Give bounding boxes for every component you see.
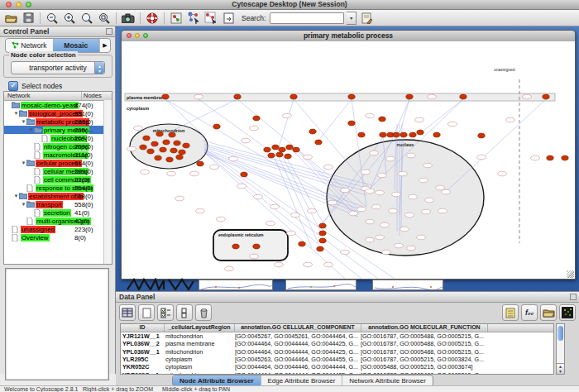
network-label-node[interactable] xyxy=(266,221,275,226)
network-node[interactable] xyxy=(380,132,386,137)
network-label-node[interactable] xyxy=(407,246,416,251)
network-label-node[interactable] xyxy=(304,155,313,160)
network-label-node[interactable] xyxy=(392,192,401,197)
network-label-node[interactable] xyxy=(407,153,416,158)
network-node[interactable] xyxy=(279,147,285,152)
column-go-cellular-component[interactable]: annotation.GO CELLULAR_COMPONENT xyxy=(235,324,361,332)
network-label-node[interactable] xyxy=(270,204,280,209)
network-label-node[interactable] xyxy=(400,227,409,232)
network-label-node[interactable] xyxy=(366,113,375,118)
birds-eye-view[interactable] xyxy=(5,268,109,380)
network-label-node[interactable] xyxy=(442,189,451,194)
network-label-node[interactable] xyxy=(395,243,404,248)
network-node[interactable] xyxy=(241,172,247,177)
zoom-window-icon[interactable] xyxy=(26,2,31,7)
network-node[interactable] xyxy=(348,121,355,126)
column-id[interactable]: ID xyxy=(121,324,165,332)
zoom-selected-icon[interactable] xyxy=(79,12,94,25)
network-node[interactable] xyxy=(319,223,326,228)
network-node[interactable] xyxy=(293,147,299,152)
tree-row[interactable]: multi-organism pro42(0) xyxy=(4,217,112,225)
network-label-node[interactable] xyxy=(415,117,424,122)
table-row[interactable]: YLR295Ccytoplasm[GO:0045263, GO:0044464,… xyxy=(121,356,553,363)
network-label-node[interactable] xyxy=(210,165,219,170)
network-node[interactable] xyxy=(417,130,423,135)
visual-style-a-icon[interactable] xyxy=(186,12,201,25)
network-label-node[interactable] xyxy=(372,204,381,209)
tree-row[interactable]: ▼establishment of lo558(0) xyxy=(4,192,112,200)
layout-icon[interactable] xyxy=(169,12,184,25)
network-label-node[interactable] xyxy=(341,250,350,255)
network-label-node[interactable] xyxy=(194,94,203,99)
new-attribute-icon[interactable] xyxy=(138,304,155,321)
save-icon[interactable] xyxy=(21,12,36,25)
network-label-node[interactable] xyxy=(523,94,532,99)
network-node[interactable] xyxy=(543,94,549,99)
network-label-node[interactable] xyxy=(531,155,540,160)
column-go-molecular-function[interactable]: annotation.GO MOLECULAR_FUNCTION xyxy=(361,324,488,332)
tree-row[interactable]: ▼biological_process651(0) xyxy=(4,109,112,117)
tree-scrollbar[interactable] xyxy=(103,100,112,264)
network-label-node[interactable] xyxy=(428,94,437,99)
network-label-node[interactable] xyxy=(399,171,408,176)
network-label-node[interactable] xyxy=(242,138,251,143)
network-label-node[interactable] xyxy=(382,250,391,255)
scrollbar-arrows-icon[interactable]: ▲▼ xyxy=(557,363,564,374)
network-label-node[interactable] xyxy=(190,171,199,176)
tree-row[interactable]: Overview8(0) xyxy=(4,233,112,241)
network-node[interactable] xyxy=(166,157,173,162)
node-color-dropdown[interactable]: transporter activity ▲▼ xyxy=(11,61,105,74)
network-label-node[interactable] xyxy=(366,237,375,242)
background-window-edge[interactable] xyxy=(372,280,443,290)
network-node[interactable] xyxy=(156,131,163,136)
tab-network[interactable]: Network xyxy=(6,39,53,52)
tab-overflow-arrow-icon[interactable]: ▶ xyxy=(99,39,110,52)
network-label-node[interactable] xyxy=(225,266,234,271)
network-node[interactable] xyxy=(299,241,305,246)
network-label-node[interactable] xyxy=(409,194,418,199)
network-node[interactable] xyxy=(319,231,326,236)
resize-grip-icon[interactable] xyxy=(567,270,574,278)
network-node[interactable] xyxy=(276,152,283,157)
tree-row[interactable]: cell communicat22(0) xyxy=(4,175,112,184)
network-label-node[interactable] xyxy=(448,122,457,127)
network-node[interactable] xyxy=(406,94,413,99)
table-scrollbar-thumb[interactable] xyxy=(557,326,563,341)
help-lifering-icon[interactable] xyxy=(145,12,160,25)
table-row[interactable]: YPL036W__1mitochondrion[GO:0044464, GO:0… xyxy=(121,348,553,356)
network-node[interactable] xyxy=(147,149,154,154)
network-node[interactable] xyxy=(160,147,166,152)
network-node[interactable] xyxy=(176,155,183,160)
network-node[interactable] xyxy=(290,94,297,99)
table-row[interactable]: YJR121W__1mitochondrion[GO:0045267, GO:0… xyxy=(121,332,553,340)
minimize-window-icon[interactable] xyxy=(16,2,22,7)
network-node[interactable] xyxy=(253,116,260,121)
tree-row[interactable]: ▼cellular process614(0) xyxy=(4,159,112,167)
network-node[interactable] xyxy=(174,141,180,146)
network-label-node[interactable] xyxy=(134,126,143,131)
delete-attribute-icon[interactable] xyxy=(195,304,212,321)
network-node[interactable] xyxy=(213,124,220,129)
tree-row[interactable]: nitrogen compo209(0) xyxy=(4,142,112,151)
network-label-node[interactable] xyxy=(361,170,371,174)
network-window-titlebar[interactable]: primary metabolic process xyxy=(122,31,575,42)
tree-row[interactable]: ▼metabolic process280(0) xyxy=(4,117,112,126)
network-label-node[interactable] xyxy=(506,117,515,122)
column-cellular-layout-region[interactable]: _cellularLayoutRegion xyxy=(165,324,235,332)
tree-row[interactable]: cellular metabo209(0) xyxy=(4,167,112,175)
tree-column-nodes[interactable]: Nodes xyxy=(82,92,112,100)
expand-arrow-icon[interactable]: ▼ xyxy=(13,111,19,116)
network-label-node[interactable] xyxy=(349,211,358,216)
tree-row[interactable]: macromolecule311(0) xyxy=(4,151,112,159)
network-label-node[interactable] xyxy=(229,156,238,161)
select-rows-icon[interactable] xyxy=(157,304,174,321)
import-page-icon[interactable] xyxy=(221,12,236,25)
close-window-icon[interactable] xyxy=(6,2,12,7)
network-node[interactable] xyxy=(460,94,467,99)
network-label-node[interactable] xyxy=(167,171,176,176)
background-window-edge[interactable] xyxy=(199,280,273,290)
minimize-window-icon[interactable] xyxy=(135,33,140,38)
network-label-node[interactable] xyxy=(498,171,507,176)
table-scrollbar[interactable]: ▲▼ xyxy=(556,323,565,375)
network-label-node[interactable] xyxy=(304,262,313,267)
